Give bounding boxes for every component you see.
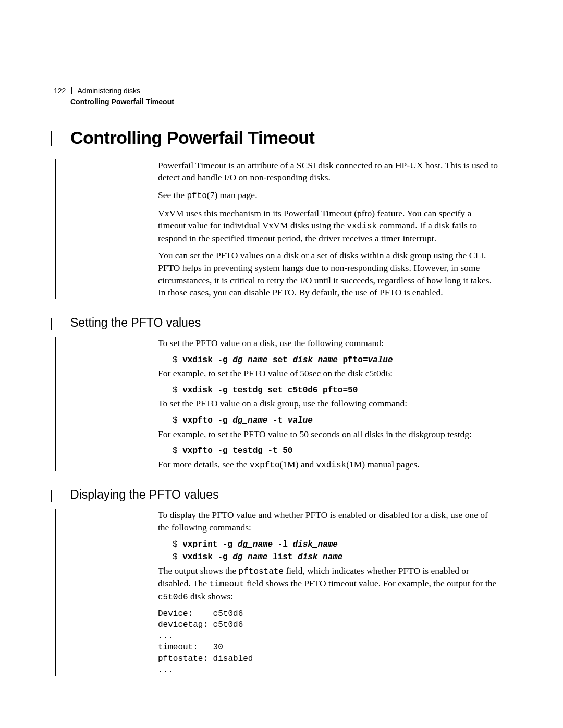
paragraph: The output shows the pftostate field, wh… — [158, 565, 500, 603]
output-block: Device: c5t0d6 devicetag: c5t0d6 ... tim… — [158, 609, 500, 676]
text-run: See the — [158, 190, 187, 200]
sub-heading: Displaying the PFTO values — [70, 488, 500, 502]
paragraph: For more details, see the vxpfto(1M) and… — [158, 459, 500, 472]
paragraph: To set the PFTO value on a disk group, u… — [158, 398, 500, 410]
prompt: $ — [173, 446, 182, 455]
command-line: $ vxpfto -g testdg -t 50 — [173, 446, 500, 457]
command-line: $ vxpfto -g dg_name -t value — [173, 415, 500, 427]
text-run: For more details, see the — [158, 459, 250, 470]
paragraph: To display the PFTO value and whether PF… — [158, 509, 500, 534]
cmd-arg: dg_name — [238, 540, 273, 549]
command-line: $ vxprint -g dg_name -l disk_name — [173, 539, 500, 551]
revision-bar-icon — [51, 490, 52, 502]
h2-wrap-displaying: Displaying the PFTO values — [70, 488, 500, 502]
prompt: $ — [173, 386, 182, 395]
command-line: $ vxdisk -g dg_name set disk_name pfto=v… — [173, 355, 500, 366]
command-line: $ vxdisk -g dg_name list disk_name — [173, 552, 500, 563]
header-separator — [71, 87, 72, 94]
revision-bar-icon — [55, 509, 56, 676]
prompt: $ — [173, 540, 182, 549]
displaying-section: To display the PFTO value and whether PF… — [70, 509, 500, 676]
command-line: $ vxdisk -g testdg set c5t0d6 pfto=50 — [173, 385, 500, 397]
page-number: 122 — [54, 87, 66, 95]
cmd-arg: dg_name — [232, 416, 267, 425]
paragraph: You can set the PFTO values on a disk or… — [158, 250, 500, 299]
code-inline: c5t0d6 — [158, 593, 188, 602]
setting-section: To set the PFTO value on a disk, use the… — [70, 337, 500, 471]
cmd-arg: dg_name — [232, 355, 267, 365]
cmd-bold: vxpfto -g — [182, 416, 232, 425]
intro-section: Powerfail Timeout is an attribute of a S… — [70, 159, 500, 299]
code-inline: timeout — [209, 579, 244, 589]
text-run: disk shows: — [188, 591, 234, 601]
code-inline: vxdisk — [347, 221, 377, 231]
paragraph: For example, to set the PFTO value to 50… — [158, 428, 500, 441]
text-run: (7) man page. — [207, 190, 258, 200]
cmd-bold: -t — [267, 416, 287, 425]
prompt: $ — [173, 416, 182, 425]
cmd-arg: value — [288, 416, 313, 425]
cmd-bold: -l — [273, 540, 292, 549]
cmd-bold: vxpfto -g testdg -t 50 — [182, 446, 292, 455]
text-run: field shows the PFTO timeout value. For … — [244, 578, 497, 588]
document-page: 122 Administering disks Controlling Powe… — [0, 0, 563, 676]
cmd-bold: vxprint -g — [182, 540, 238, 549]
main-heading: Controlling Powerfail Timeout — [70, 128, 500, 148]
revision-bar-icon — [55, 159, 56, 299]
cmd-arg: disk_name — [292, 540, 337, 549]
cmd-arg: value — [368, 355, 393, 365]
paragraph: VxVM uses this mechanism in its Powerfai… — [158, 207, 500, 245]
code-inline: vxdisk — [316, 461, 347, 470]
paragraph: See the pfto(7) man page. — [158, 189, 500, 202]
revision-bar-icon — [51, 318, 52, 330]
paragraph: To set the PFTO value on a disk, use the… — [158, 337, 500, 350]
h2-wrap-setting: Setting the PFTO values — [70, 316, 500, 330]
cmd-arg: dg_name — [232, 552, 267, 562]
cmd-bold: pfto= — [338, 355, 368, 365]
page-header: 122 Administering disks Controlling Powe… — [54, 86, 500, 107]
intro-body: Powerfail Timeout is an attribute of a S… — [158, 159, 500, 299]
cmd-bold: set — [267, 355, 292, 365]
code-inline: pfto — [187, 191, 206, 201]
section-reference: Controlling Powerfail Timeout — [70, 97, 500, 107]
prompt: $ — [173, 355, 182, 365]
cmd-arg: disk_name — [292, 355, 337, 365]
code-inline: vxpfto — [250, 461, 280, 470]
prompt: $ — [173, 552, 182, 562]
text-run: (1M) and — [280, 459, 316, 470]
text-run: The output shows the — [158, 565, 239, 576]
displaying-body: To display the PFTO value and whether PF… — [158, 509, 500, 676]
code-inline: pftostate — [239, 567, 284, 576]
paragraph: For example, to set the PFTO value of 50… — [158, 367, 500, 380]
revision-bar-icon — [55, 337, 56, 471]
cmd-bold: list — [267, 552, 298, 562]
setting-body: To set the PFTO value on a disk, use the… — [158, 337, 500, 471]
chapter-title: Administering disks — [77, 87, 140, 95]
cmd-arg: disk_name — [298, 552, 342, 562]
cmd-bold: vxdisk -g — [182, 552, 232, 562]
h1-wrap: Controlling Powerfail Timeout — [70, 128, 500, 148]
paragraph: Powerfail Timeout is an attribute of a S… — [158, 159, 500, 184]
revision-bar-icon — [51, 131, 52, 146]
text-run: (1M) manual pages. — [346, 459, 419, 470]
cmd-bold: vxdisk -g testdg set c5t0d6 pfto=50 — [182, 386, 358, 395]
sub-heading: Setting the PFTO values — [70, 316, 500, 330]
cmd-bold: vxdisk -g — [182, 355, 232, 365]
